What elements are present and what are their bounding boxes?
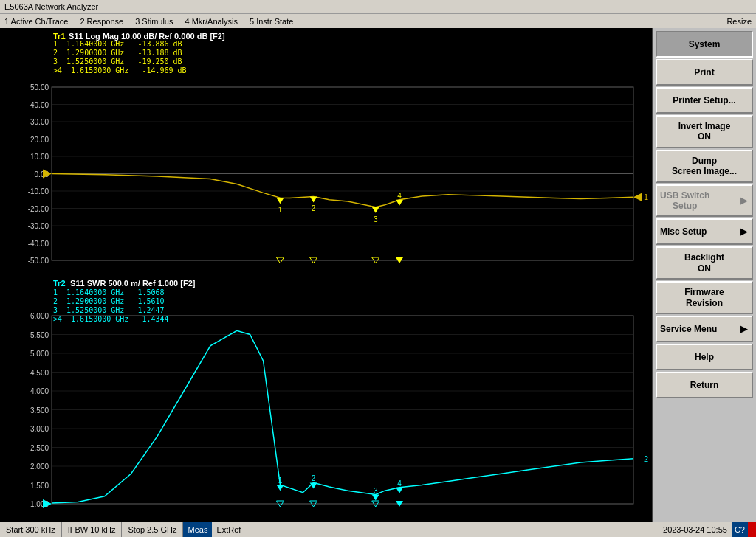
- status-meas: Meas: [183, 522, 212, 537]
- sidebar-btn-service-menu[interactable]: Service Menu▶: [656, 316, 753, 342]
- status-extref: ExtRef: [212, 522, 245, 537]
- sidebar: System Print Printer Setup... Invert Ima…: [653, 28, 756, 522]
- main-layout: System Print Printer Setup... Invert Ima…: [0, 28, 756, 522]
- title-bar: E5063A Network Analyzer: [0, 0, 756, 13]
- sidebar-btn-return[interactable]: Return: [656, 372, 753, 398]
- menu-item-instr[interactable]: 5 Instr State: [250, 17, 293, 26]
- trace-canvas-bottom: [0, 275, 652, 522]
- menu-item-mkr[interactable]: 4 Mkr/Analysis: [185, 17, 238, 26]
- chart-top: [0, 28, 652, 275]
- chart-bottom: [0, 275, 652, 522]
- sidebar-btn-invert-image[interactable]: Invert ImageON: [656, 115, 753, 148]
- status-excl: !: [748, 522, 756, 537]
- status-ifbw: IFBW 10 kHz: [62, 522, 123, 537]
- sidebar-btn-system[interactable]: System: [656, 31, 753, 58]
- resize-button[interactable]: Resize: [726, 17, 752, 26]
- status-c: C?: [732, 522, 748, 537]
- sidebar-btn-printer-setup[interactable]: Printer Setup...: [656, 87, 753, 114]
- menu-item-active-ch[interactable]: 1 Active Ch/Trace: [4, 17, 68, 26]
- sidebar-btn-misc-setup[interactable]: Misc Setup▶: [656, 218, 753, 245]
- menu-item-stimulus[interactable]: 3 Stimulus: [135, 17, 173, 26]
- sidebar-btn-backlight[interactable]: BacklightON: [656, 246, 753, 280]
- trace-canvas-top: [0, 28, 652, 275]
- status-bar: Start 300 kHz IFBW 10 kHz Stop 2.5 GHz M…: [0, 522, 756, 537]
- sidebar-btn-dump-screen[interactable]: DumpScreen Image...: [656, 150, 753, 183]
- status-stop: Stop 2.5 GHz: [122, 522, 183, 537]
- status-start: Start 300 kHz: [0, 522, 62, 537]
- status-datetime: 2023-03-24 10:55: [659, 522, 732, 537]
- sidebar-btn-help[interactable]: Help: [656, 344, 753, 370]
- menu-item-response[interactable]: 2 Response: [80, 17, 123, 26]
- sidebar-btn-firmware-revision[interactable]: FirmwareRevision: [656, 281, 753, 314]
- sidebar-btn-usb-switch[interactable]: USB SwitchSetup▶: [656, 184, 753, 218]
- sidebar-btn-print[interactable]: Print: [656, 59, 753, 86]
- app-title: E5063A Network Analyzer: [4, 2, 98, 11]
- chart-area: [0, 28, 653, 522]
- menu-bar: 1 Active Ch/Trace 2 Response 3 Stimulus …: [0, 13, 756, 28]
